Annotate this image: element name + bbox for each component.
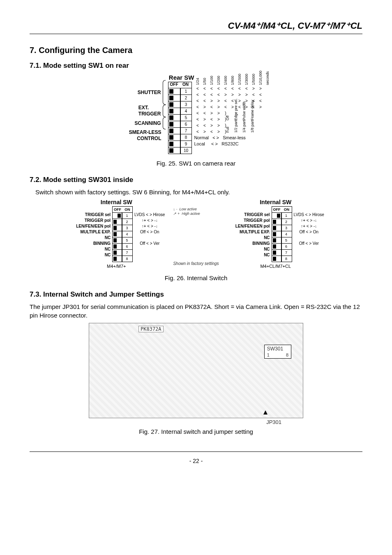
cell: > — [201, 104, 208, 110]
sw-num: 8 — [122, 256, 131, 262]
off-label: OFF — [113, 207, 122, 212]
page-number: - 22 - — [189, 458, 203, 464]
cell: > — [257, 104, 264, 110]
sw301-label: SW301 — [267, 346, 288, 352]
section-7-title: 7. Configuring the Camera — [30, 46, 362, 55]
control-right: RS232C — [221, 141, 239, 146]
scan-label: 1/4 part. — [241, 127, 247, 133]
jp301-label: JP301 — [266, 419, 281, 425]
cell: > — [208, 122, 215, 129]
cell: > — [257, 85, 264, 92]
internal-sw-bank: OFF ON 12345678 — [272, 206, 292, 262]
cell: < — [201, 122, 208, 129]
sw-num: 7 — [122, 250, 131, 256]
rear-smearless-row: Normal < > Smear-less — [194, 135, 271, 141]
sw-num: 4 — [180, 108, 191, 114]
int-right-label: ↑+ < > -↓ — [134, 218, 165, 223]
int-right-label: Off < > Ver — [134, 241, 165, 246]
sw-num: 6 — [281, 244, 291, 249]
rear-scanning-row: < < > > ) Full 1/2 part. 1/4 part. 1/8 p… — [194, 122, 271, 135]
col-head: 1/400 — [223, 78, 229, 85]
cell: > — [208, 110, 215, 116]
sw-num: 7 — [180, 128, 191, 134]
cell: > — [201, 116, 208, 122]
smear-left: Normal — [194, 135, 209, 140]
int-row-label: NC — [227, 246, 270, 252]
int-row-label: NC — [68, 246, 111, 252]
control-left: Local — [194, 141, 205, 146]
cell: > — [215, 104, 222, 110]
cell: < — [222, 104, 229, 110]
cell: < — [194, 122, 201, 129]
int-row-label: NC — [227, 235, 270, 241]
rear-off-label: OFF — [168, 82, 180, 88]
rear-sw-left-labels: SHUTTER EXT. TRIGGER SCANNING — [121, 74, 166, 142]
sw-num: 10 — [180, 147, 191, 154]
sw-num: 3 — [122, 225, 131, 231]
int-right-label: ↑+ < > -↓ — [294, 218, 324, 223]
scan-label: 1/8 part. — [249, 127, 256, 133]
label-smearless: SMEAR-LESS — [129, 129, 161, 136]
page-footer: - 22 - — [30, 451, 362, 464]
cell: < — [229, 85, 236, 92]
cell: > — [215, 129, 222, 135]
cell: < — [194, 116, 201, 122]
cell: > — [215, 116, 222, 122]
rear-shutter-columns: 1/24 1/50 1/100 1/200 1/400 1/800 1/1500… — [194, 74, 271, 85]
sw-num: 6 — [180, 121, 191, 127]
on-label: ON — [122, 207, 132, 212]
col-head: 1/200 — [216, 78, 222, 85]
int-right-label — [134, 235, 165, 241]
cell: > — [243, 92, 250, 98]
cell: < — [208, 129, 215, 135]
off-label: OFF — [272, 207, 282, 212]
board-diagram: PK8372A SW301 1 8 JP301 — [89, 323, 303, 418]
figure-26-caption: Fig. 26. Internal Switch — [30, 274, 362, 281]
ext-label: Off — [225, 115, 231, 120]
sw-num: 4 — [281, 231, 291, 237]
legend-low: Low active — [179, 207, 197, 211]
section-7-3-title: 7.3. Internal Switch and Jumper Settings — [30, 290, 362, 299]
int-row-label: MULTIPLE EXP. — [227, 229, 270, 235]
sw-num: 2 — [180, 95, 191, 101]
int-row-label: NC — [68, 235, 111, 241]
cell: < — [194, 98, 201, 104]
scan-label: 1/2 part. — [233, 127, 239, 133]
col-head: 1/5000 — [251, 78, 257, 85]
cell: < — [201, 92, 208, 98]
polarity-legend: ↓ - Low active ↗ + High active Shown in … — [173, 206, 219, 266]
int-row-label: NC — [68, 252, 111, 258]
factory-settings-note: Shown in factory settings — [173, 261, 219, 266]
section-7-2-body: Switch shown with factory settings. SW 6… — [35, 188, 362, 196]
cell: > — [236, 92, 243, 98]
label-ext-trigger-2: TRIGGER — [138, 111, 161, 117]
int-right-label — [294, 252, 324, 258]
col-head: 1/100 — [209, 78, 215, 85]
sw-num: 5 — [281, 237, 291, 243]
label-shutter: SHUTTER — [138, 90, 161, 96]
cell: < — [201, 98, 208, 104]
sw-num: 8 — [180, 134, 191, 140]
cell: < — [215, 85, 222, 92]
internal-sw-title: Internal SW — [101, 199, 132, 205]
rear-shutter-matrix: <<<<<<<<>><<<<>>>><<<<>><<>><<<><><><><> — [194, 85, 271, 110]
cell: < — [201, 110, 208, 116]
sw-num: 7 — [281, 250, 291, 256]
int-right-label: LVDS < > Hirose — [134, 212, 165, 218]
scan-label: Full — [225, 127, 231, 133]
cell: > — [229, 92, 236, 98]
col-head: 1/24 — [195, 78, 201, 85]
cell: < — [194, 92, 201, 98]
col-head: 1/10,000 — [258, 78, 264, 85]
rear-ext-trigger-row: < < > > ) Off Edge pre sel. Pulse width … — [194, 110, 271, 122]
sw-num: 3 — [180, 101, 191, 108]
internal-right-labels: LVDS < > Hirose↑+ < > -↓↑+ < > -↓Off < >… — [294, 206, 324, 258]
sw-num: 1 — [281, 213, 291, 219]
rear-on-label: ON — [180, 82, 191, 88]
smear-rel: < > — [212, 135, 219, 140]
int-right-label — [294, 235, 324, 241]
col-head: 1/50 — [202, 78, 208, 85]
cell: < — [201, 85, 208, 92]
int-right-label: Off < > On — [134, 229, 165, 235]
cell: > — [215, 98, 222, 104]
